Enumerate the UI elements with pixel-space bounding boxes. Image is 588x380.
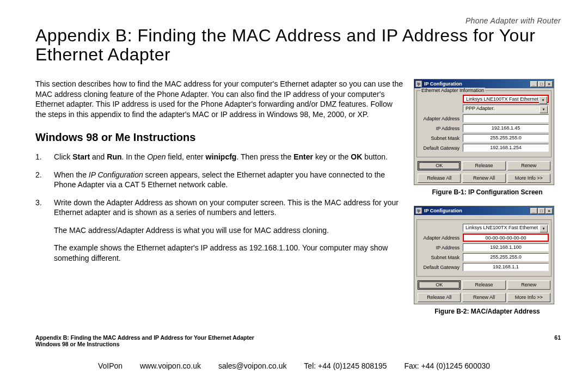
footer-website: www.voipon.co.uk	[140, 361, 201, 370]
release-all-button[interactable]: Release All	[418, 174, 461, 183]
close-icon[interactable]: ×	[546, 208, 553, 214]
footer-appendix-label: Appendix B: Finding the MAC Address and …	[35, 334, 254, 341]
adapter-dropdown[interactable]: Linksys LNE100TX Fast Ethernet	[463, 95, 549, 103]
step-2: 2. When the IP Configuration screen appe…	[51, 170, 404, 190]
more-info-button[interactable]: More Info >>	[507, 293, 550, 302]
subnet-mask-field: 255.255.255.0	[463, 134, 549, 142]
figure-b1-caption: Figure B-1: IP Configuration Screen	[414, 188, 561, 196]
adapter-address-field: 00-00-00-00-00-00	[463, 234, 549, 242]
minimize-icon[interactable]: _	[530, 208, 537, 214]
close-icon[interactable]: ×	[546, 81, 553, 87]
page-title: Appendix B: Finding the MAC Address and …	[35, 26, 561, 64]
window-titlebar: ip IP Configuration _ □ ×	[414, 206, 554, 215]
ip-address-field: 192.168.1.45	[463, 124, 549, 132]
release-all-button[interactable]: Release All	[418, 293, 461, 302]
ip-address-field: 192.168.1.100	[463, 243, 549, 252]
step-number: 1.	[35, 152, 42, 162]
footer-fax: Fax: +44 (0)1245 600030	[404, 361, 490, 370]
footer-email: sales@voipon.co.uk	[218, 361, 287, 370]
adapter-dropdown[interactable]: Linksys LNE100TX Fast Ethernet	[463, 224, 549, 232]
more-info-button[interactable]: More Info >>	[507, 174, 550, 183]
release-button[interactable]: Release	[462, 280, 505, 290]
renew-all-button[interactable]: Renew All	[462, 293, 505, 302]
renew-all-button[interactable]: Renew All	[462, 174, 505, 183]
adapter-info-group: Ethernet Adapter Information Linksys LNE…	[416, 90, 552, 157]
maximize-icon[interactable]: □	[538, 208, 545, 214]
gateway-field: 192.168.1.1	[463, 263, 549, 271]
ok-button[interactable]: OK	[418, 280, 461, 290]
step-3: 3. Write down the Adapter Address as sho…	[51, 198, 404, 263]
window-icon: ip	[415, 81, 422, 87]
footer-meta: Appendix B: Finding the MAC Address and …	[35, 334, 561, 347]
maximize-icon[interactable]: □	[538, 81, 545, 87]
main-content: This section describes how to find the M…	[35, 79, 404, 325]
footer-tel: Tel: +44 (0)1245 808195	[304, 361, 387, 370]
step-1: 1. Click Start and Run. In the Open fiel…	[51, 152, 404, 162]
adapter-dropdown-2[interactable]: PPP Adapter.	[463, 105, 549, 113]
window-icon: ip	[415, 207, 422, 214]
ok-button[interactable]: OK	[418, 161, 461, 170]
gateway-field: 192.168.1.254	[463, 144, 549, 152]
step-number: 3.	[35, 198, 42, 207]
intro-paragraph: This section describes how to find the M…	[35, 79, 404, 119]
footer-section-label: Windows 98 or Me Instructions	[35, 341, 254, 347]
figure-b1-window: ip IP Configuration _ □ × Ethernet Adapt…	[414, 79, 554, 185]
figure-b2-window: ip IP Configuration _ □ × Linksys LNE100…	[414, 206, 554, 304]
step-number: 2.	[35, 170, 42, 180]
adapter-address-field	[463, 114, 549, 122]
figure-b2-caption: Figure B-2: MAC/Adapter Address	[414, 308, 561, 315]
section-heading: Windows 98 or Me Instructions	[35, 130, 404, 144]
footer-company: VoIPon	[98, 361, 122, 370]
minimize-icon[interactable]: _	[530, 81, 537, 87]
renew-button[interactable]: Renew	[507, 161, 550, 170]
renew-button[interactable]: Renew	[507, 280, 550, 290]
window-title: IP Configuration	[424, 208, 462, 213]
subnet-mask-field: 255.255.255.0	[463, 253, 549, 261]
window-titlebar: ip IP Configuration _ □ ×	[414, 79, 554, 88]
page-number: 61	[554, 334, 561, 347]
footer-contact: VoIPon www.voipon.co.uk sales@voipon.co.…	[0, 361, 588, 370]
window-title: IP Configuration	[424, 81, 462, 87]
product-label: Phone Adapter with Router	[35, 16, 561, 25]
release-button[interactable]: Release	[462, 161, 505, 170]
adapter-info-group: Linksys LNE100TX Fast Ethernet Adapter A…	[416, 219, 552, 277]
